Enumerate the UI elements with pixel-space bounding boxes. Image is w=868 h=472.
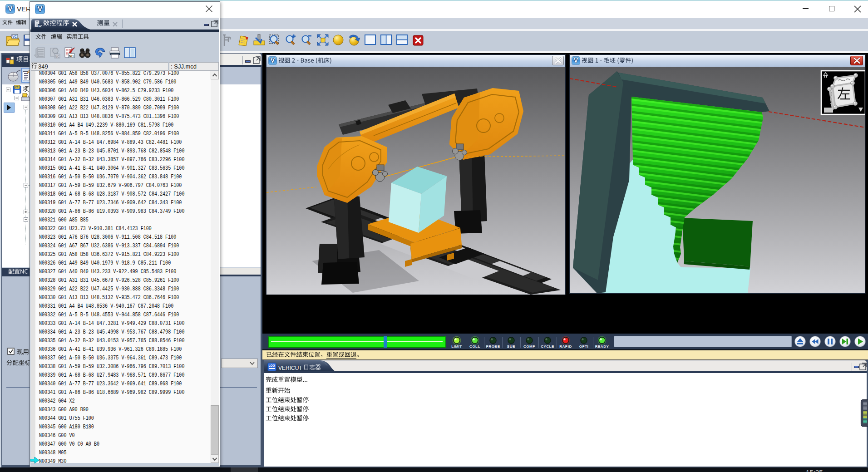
svg-text:NC: NC [69,54,74,58]
svg-text:NC: NC [55,55,59,58]
svg-text:LOG: LOG [269,364,275,367]
svg-text:VC: VC [15,86,19,88]
svg-text:VC: VC [12,35,17,38]
svg-text:NC: NC [39,25,42,28]
